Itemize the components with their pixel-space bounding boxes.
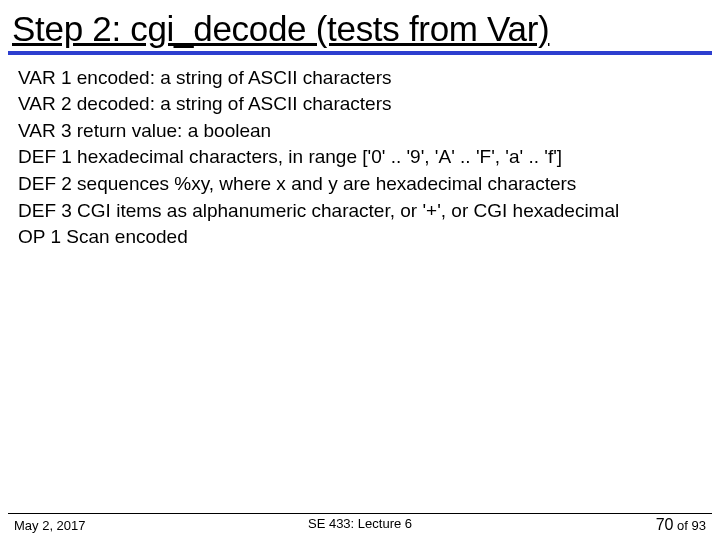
- footer-page: 70 of 93: [656, 516, 706, 534]
- body-line: DEF 2 sequences %xy, where x and y are h…: [18, 171, 702, 197]
- body-line: OP 1 Scan encoded: [18, 224, 702, 250]
- footer-divider: [8, 513, 712, 514]
- page-current: 70: [656, 516, 674, 533]
- body-line: VAR 3 return value: a boolean: [18, 118, 702, 144]
- slide-title: Step 2: cgi_decode (tests from Var): [0, 0, 720, 51]
- body-line: DEF 1 hexadecimal characters, in range […: [18, 144, 702, 170]
- slide: Step 2: cgi_decode (tests from Var) VAR …: [0, 0, 720, 540]
- page-sep: of: [673, 518, 691, 533]
- slide-footer: May 2, 2017 SE 433: Lecture 6 70 of 93: [0, 516, 720, 534]
- body-line: VAR 2 decoded: a string of ASCII charact…: [18, 91, 702, 117]
- body-line: DEF 3 CGI items as alphanumeric characte…: [18, 198, 702, 224]
- page-total: 93: [692, 518, 706, 533]
- slide-body: VAR 1 encoded: a string of ASCII charact…: [0, 65, 720, 250]
- footer-course: SE 433: Lecture 6: [308, 516, 412, 531]
- footer-date: May 2, 2017: [14, 518, 86, 533]
- title-divider: [8, 51, 712, 55]
- body-line: VAR 1 encoded: a string of ASCII charact…: [18, 65, 702, 91]
